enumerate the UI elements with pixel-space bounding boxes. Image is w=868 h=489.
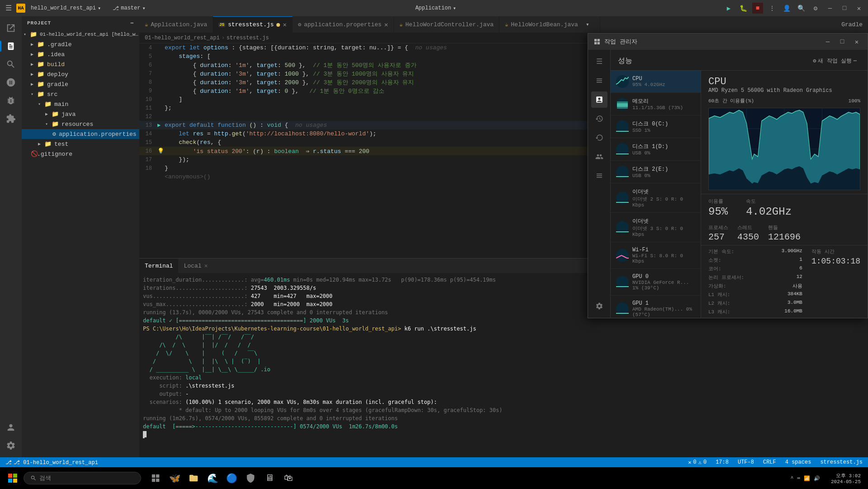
taskbar-icon-chrome[interactable]: 🔵 — [223, 469, 241, 487]
tm-sidebar-details[interactable] — [591, 168, 607, 184]
add-profile-icon[interactable]: 👤 — [781, 3, 792, 14]
terminal-tab-terminal[interactable]: Terminal — [139, 259, 178, 273]
tm-new-task-button[interactable]: ⚙ 새 작업 실행 ⋯ — [809, 55, 860, 67]
taskbar-icon-butterfly[interactable]: 🦋 — [166, 469, 184, 487]
tm-sidebar-apphistory[interactable] — [591, 110, 607, 127]
tree-arrow: ▶ — [45, 111, 52, 117]
tab-application-properties[interactable]: ⚙ application.properties ✕ — [293, 16, 394, 33]
tm-list-item-disk2[interactable]: 디스크 2(E:) USB 0% — [611, 161, 701, 183]
tree-arrow: ▾ — [45, 121, 52, 127]
status-position[interactable]: 17:8 — [714, 459, 730, 465]
tm-list-item-gpu1[interactable]: GPU 1 AMD Radeon(TM)... 0% (57°C) — [611, 296, 701, 318]
tree-item-java[interactable]: ▶ 📁 java — [22, 109, 139, 119]
tm-list-item-cpu[interactable]: CPU 95% 4.02GHz — [611, 71, 701, 93]
tm-list-item-disk1[interactable]: 디스크 1(D:) USB 0% — [611, 138, 701, 161]
tree-item-appprops[interactable]: ⚙ application.properties — [22, 129, 139, 139]
start-button[interactable] — [4, 469, 22, 487]
more-actions-icon[interactable]: ⋮ — [767, 3, 778, 14]
line-number: 12 — [139, 114, 157, 120]
tm-list-item-eth3[interactable]: 이더넷 이더넷 3 S: 0 R: 0 Kbps — [611, 213, 701, 242]
folder-icon: 📁 — [52, 120, 60, 128]
terminal-tab-local[interactable]: Local ✕ — [178, 259, 213, 273]
tm-maximize-button[interactable]: □ — [837, 36, 848, 47]
activity-git[interactable] — [3, 74, 19, 91]
taskbar-icon-folder[interactable] — [185, 469, 203, 487]
tm-list-item-wifi[interactable]: Wi-Fi Wi-Fi S: 8.0 R: 0 Kbps — [611, 242, 701, 269]
tab-close-icon[interactable]: ✕ — [283, 21, 286, 29]
search-icon[interactable]: 🔍 — [796, 3, 806, 14]
close-button[interactable]: ✕ — [854, 3, 864, 14]
tm-list-item-memory[interactable]: 메모리 11.1/15.3GB (73%) — [611, 93, 701, 115]
activity-account[interactable] — [3, 419, 19, 436]
tree-item-idea[interactable]: ▶ 📁 .idea — [22, 49, 139, 59]
taskbar-icon-store[interactable]: 🛍 — [280, 469, 298, 487]
tm-sidebar-performance[interactable] — [591, 91, 607, 108]
tm-sidebar-users[interactable] — [591, 149, 607, 165]
project-name[interactable]: hello_world_rest_api ▾ — [28, 4, 104, 13]
minimize-button[interactable]: — — [825, 3, 835, 14]
taskbar-icon-edge[interactable]: 🌊 — [204, 469, 222, 487]
terminal-close-icon[interactable]: ✕ — [204, 262, 208, 269]
tree-item-src[interactable]: ▾ 📁 src — [22, 89, 139, 99]
stop-button[interactable]: ■ — [752, 3, 763, 14]
tm-minimize-button[interactable]: — — [822, 36, 833, 47]
lightbulb-icon[interactable]: 💡 — [157, 148, 165, 154]
branch-icon: ⎇ — [113, 5, 119, 12]
taskbar-icon-terminal[interactable]: 🖥 — [261, 469, 279, 487]
status-language[interactable]: stresstest.js — [818, 459, 864, 465]
activity-files[interactable] — [3, 38, 19, 54]
status-branch[interactable]: ⎇ ⎇ 01-hello_world_rest_api — [4, 459, 100, 466]
hamburger-menu-icon[interactable]: ☰ — [4, 2, 14, 14]
tree-item-resources[interactable]: ▾ 📁 resources — [22, 119, 139, 129]
status-line-ending[interactable]: CRLF — [761, 459, 778, 465]
taskbar-sys-tray[interactable]: ^ ⌨ 📶 🔊 — [787, 474, 824, 483]
tree-item-deploy[interactable]: ▶ 📁 deploy — [22, 69, 139, 79]
taskbar-icon-settings[interactable] — [242, 469, 260, 487]
taskbar-icon-widgets[interactable] — [147, 469, 165, 487]
app-name[interactable]: Application ▾ — [415, 5, 456, 12]
status-encoding-indicator[interactable]: UTF-8 — [736, 459, 756, 465]
run-button[interactable]: ▶ — [723, 3, 734, 14]
tab-helloworld-controller[interactable]: ☕ HelloWorldController.java — [394, 16, 499, 33]
tm-speed-value: 4.02GHz — [746, 206, 792, 218]
tm-list-item-eth2[interactable]: 이더넷 이더넷 2 S: 0 R: 0 Kbps — [611, 183, 701, 213]
tm-close-button[interactable]: ✕ — [851, 36, 862, 47]
activity-search[interactable] — [3, 56, 19, 72]
tree-item-main[interactable]: ▾ 📁 main — [22, 99, 139, 109]
breadcrumb-file[interactable]: stresstest.js — [227, 35, 269, 41]
tm-sidebar-processes[interactable] — [591, 72, 607, 89]
activity-debug[interactable] — [3, 92, 19, 109]
sidebar-menu-icon[interactable]: ⋯ — [130, 20, 134, 26]
tm-list-label: Wi-Fi — [632, 247, 695, 253]
debug-button[interactable]: 🐛 — [738, 3, 749, 14]
branch-name[interactable]: ⎇ master ▾ — [110, 4, 148, 13]
breadcrumb-project[interactable]: 01-hello_world_rest_api — [145, 35, 220, 41]
tabs-overflow-icon[interactable]: ▾ — [581, 21, 594, 28]
activity-explorer[interactable] — [3, 20, 19, 36]
activity-settings[interactable] — [3, 437, 19, 454]
tab-application-java[interactable]: ☕ Application.java — [139, 16, 213, 33]
taskbar-clock[interactable]: 오후 3:02 2024-05-25 — [827, 470, 864, 486]
tm-list-item-gpu0[interactable]: GPU 0 NVIDIA GeForce R... 1% (39°C) — [611, 269, 701, 296]
tree-item-gradle2[interactable]: ▶ 📁 gradle — [22, 79, 139, 89]
tm-list-item-disk0[interactable]: 디스크 0(C:) SSD 1% — [611, 115, 701, 138]
status-indent[interactable]: 4 spaces — [783, 459, 813, 465]
settings-icon[interactable]: ⚙ — [810, 3, 821, 14]
activity-extensions[interactable] — [3, 110, 19, 127]
maximize-button[interactable]: □ — [839, 3, 850, 14]
tm-sidebar-settings[interactable] — [591, 298, 607, 314]
status-errors[interactable]: ✕ 0 ⚠ 0 — [686, 459, 708, 466]
tree-item-test[interactable]: ▶ 📁 test — [22, 139, 139, 149]
tab-stresstest-js[interactable]: JS stresstest.js ✕ — [213, 16, 293, 33]
tab-close-icon[interactable]: ✕ — [384, 21, 388, 29]
tm-sockets-label: 소켓: — [708, 257, 721, 264]
taskbar-search[interactable]: 검색 — [24, 472, 141, 484]
tm-sidebar-hamburger[interactable]: ☰ — [591, 53, 607, 70]
tm-sidebar-startup[interactable] — [591, 129, 607, 146]
tab-helloworld-bean[interactable]: ☕ HelloWorldBean.java ▾ — [499, 16, 600, 33]
gradle-tab[interactable]: Gradle — [836, 16, 868, 33]
tree-item-root[interactable]: ▾ 📁 01-hello_world_rest_api [hello_world… — [22, 29, 139, 39]
tree-item-build[interactable]: ▶ 📁 build — [22, 59, 139, 69]
tree-item-gradle[interactable]: ▶ 📁 .gradle — [22, 39, 139, 49]
tree-item-gitignore[interactable]: 🚫 .gitignore — [22, 149, 139, 159]
